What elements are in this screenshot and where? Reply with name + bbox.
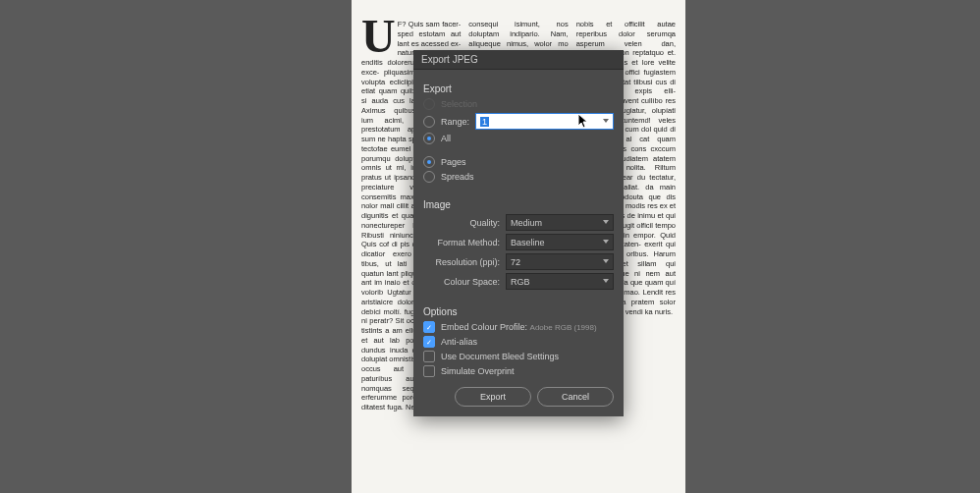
selection-label: Selection <box>441 99 477 109</box>
format-method-select[interactable]: Baseline <box>506 234 614 250</box>
antialias-label: Anti-alias <box>441 337 477 347</box>
cancel-button[interactable]: Cancel <box>537 387 614 407</box>
embed-profile-label: Embed Colour Profile: Adobe RGB (1998) <box>441 322 597 332</box>
range-radio[interactable] <box>423 116 435 128</box>
export-button[interactable]: Export <box>455 387 531 407</box>
overprint-label: Simulate Overprint <box>441 366 515 376</box>
colour-space-label: Colour Space: <box>423 277 506 287</box>
pages-radio[interactable] <box>423 156 435 168</box>
resolution-select[interactable]: 72 <box>506 253 614 270</box>
image-section-header: Image <box>423 199 614 210</box>
spreads-label: Spreads <box>441 172 474 182</box>
export-jpeg-dialog: Export JPEG Export Selection Range: 1 Al… <box>413 50 624 416</box>
range-label: Range: <box>441 117 469 127</box>
pages-label: Pages <box>441 157 466 167</box>
resolution-label: Resolution (ppi): <box>423 257 506 267</box>
export-section-header: Export <box>423 83 614 94</box>
bleed-checkbox[interactable] <box>423 351 435 362</box>
selection-radio <box>423 98 435 110</box>
range-input[interactable]: 1 <box>475 113 614 130</box>
spreads-radio[interactable] <box>423 171 435 183</box>
bleed-label: Use Document Bleed Settings <box>441 352 559 361</box>
options-section-header: Options <box>423 306 614 317</box>
antialias-checkbox[interactable] <box>423 336 435 348</box>
embed-profile-checkbox[interactable] <box>423 321 435 333</box>
overprint-checkbox[interactable] <box>423 365 435 377</box>
all-radio[interactable] <box>423 133 435 144</box>
all-label: All <box>441 134 451 143</box>
quality-label: Quality: <box>423 218 506 228</box>
colour-space-select[interactable]: RGB <box>506 273 614 290</box>
dialog-title: Export JPEG <box>413 50 624 70</box>
quality-select[interactable]: Medium <box>506 214 614 231</box>
dropcap: U <box>361 20 398 53</box>
format-method-label: Format Method: <box>423 238 506 247</box>
